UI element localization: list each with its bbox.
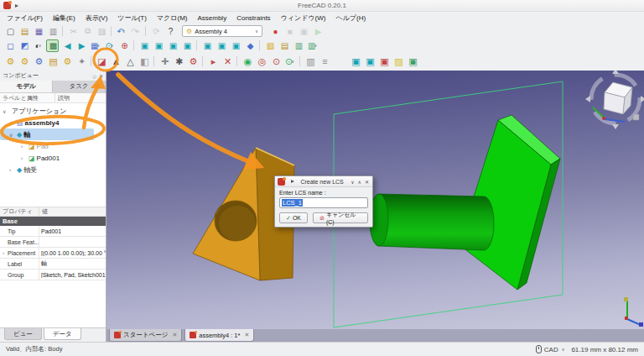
- zoom-button[interactable]: ⊙∨: [103, 39, 116, 52]
- macro-record-button[interactable]: ●: [268, 25, 281, 38]
- view-top-button[interactable]: ▣: [166, 39, 179, 52]
- box-element-selection-button[interactable]: ◩: [18, 39, 30, 52]
- tree-item-bearing[interactable]: › ◆ 軸受: [0, 164, 106, 175]
- tree-item-application[interactable]: ∨ アプリケーション: [0, 105, 106, 117]
- tab-tasks[interactable]: タスク: [53, 81, 106, 92]
- open-file-button[interactable]: ▤: [18, 25, 30, 38]
- move-part-button[interactable]: ✚: [158, 55, 170, 68]
- info-button[interactable]: ≡: [318, 55, 330, 68]
- primitive-cube-button[interactable]: ▣: [377, 55, 390, 68]
- menu-assembly[interactable]: Assembly: [192, 12, 231, 24]
- nav-style-button[interactable]: ▦∨: [89, 39, 101, 52]
- property-row-placement[interactable]: ›Placement [(0.00 1.00 0.00); 30.00 °; (…: [0, 248, 106, 259]
- view-front-button[interactable]: ▣: [152, 39, 164, 52]
- insert-fastener-button[interactable]: ⚙: [32, 55, 44, 68]
- macro-debug-button[interactable]: ▣: [297, 25, 309, 38]
- tab-view-properties[interactable]: ビュー: [4, 328, 42, 340]
- datum-plane-button[interactable]: ◧: [138, 55, 150, 68]
- textured-view-button[interactable]: ▩: [46, 39, 59, 52]
- nav-back-button[interactable]: ◀: [60, 39, 73, 52]
- undo-button[interactable]: ↶∨: [115, 25, 127, 38]
- lcs-name-input[interactable]: LCS_1: [279, 197, 368, 208]
- create-group-button[interactable]: ▤: [278, 39, 290, 52]
- placed-lcs-button[interactable]: △: [123, 55, 136, 68]
- tree-expander[interactable]: ›: [21, 144, 27, 149]
- view-rear-button[interactable]: ▣: [200, 39, 213, 52]
- solve-constraints-button[interactable]: ⚙: [186, 55, 199, 68]
- view-axonometric-button[interactable]: ▣: [138, 39, 150, 52]
- close-panel-icon[interactable]: ✕: [99, 73, 103, 79]
- view-bottom-button[interactable]: ▣: [215, 39, 227, 52]
- tree-item-pad001[interactable]: › ◪ Pad001: [0, 152, 106, 164]
- tree-expander[interactable]: ›: [21, 155, 27, 160]
- tree-item-pad[interactable]: › ◪ Pad: [0, 140, 106, 152]
- menu-help[interactable]: ヘルプ(H): [330, 12, 371, 24]
- menu-tools[interactable]: ツール(T): [112, 12, 152, 24]
- fit-all-button[interactable]: ⊕: [117, 39, 130, 52]
- tab-data-properties[interactable]: データ: [44, 328, 81, 340]
- paste-button[interactable]: ▨: [95, 25, 107, 38]
- doc-tab-assembly4[interactable]: assembly4 : 1* ✕: [184, 329, 254, 342]
- variant-link-button[interactable]: ⚙: [60, 55, 73, 68]
- menu-constraints[interactable]: Constraints: [231, 12, 275, 24]
- close-icon[interactable]: ✕: [172, 332, 177, 338]
- macro-play-button[interactable]: ▶: [311, 25, 324, 38]
- unshade-icon[interactable]: ∧: [357, 179, 362, 185]
- whats-this-button[interactable]: ?: [164, 25, 176, 38]
- print-button[interactable]: ▥: [46, 25, 59, 38]
- doc-tab-start-page[interactable]: スタートページ ✕: [109, 329, 182, 342]
- property-row-label[interactable]: Label 軸: [0, 259, 106, 270]
- body-create-button[interactable]: ▣: [363, 55, 376, 68]
- redo-button[interactable]: ↷∨: [129, 25, 142, 38]
- copy-button[interactable]: ⧉: [80, 25, 93, 38]
- tree-expander[interactable]: ∨: [9, 132, 15, 138]
- macro-stop-button[interactable]: ■: [283, 25, 295, 38]
- part-workbench-button[interactable]: ▣: [349, 55, 361, 68]
- close-icon[interactable]: ✕: [244, 332, 249, 338]
- cut-button[interactable]: ✂: [66, 25, 79, 38]
- tab-model[interactable]: モデル: [0, 81, 53, 92]
- attach-part-button[interactable]: ✱: [172, 55, 184, 68]
- zoom-fit-button[interactable]: ⊙∨: [283, 55, 296, 68]
- tree-item-axis[interactable]: ∨ ◆ 軸: [0, 128, 94, 140]
- open-document-button[interactable]: ▤: [46, 55, 59, 68]
- animate-assembly-button[interactable]: ▸: [206, 55, 219, 68]
- menu-edit[interactable]: 編集(E): [48, 12, 80, 24]
- property-row-group[interactable]: Group [Sketch, Pad, Sketch001 ...]: [0, 270, 106, 280]
- save-button[interactable]: ▦: [32, 25, 44, 38]
- dialog-title-bar[interactable]: Create new LCS ∨ ∧ ✕: [275, 176, 372, 187]
- view-right-button[interactable]: ▣: [180, 39, 193, 52]
- refresh-button[interactable]: ⟳: [149, 25, 162, 38]
- menu-file[interactable]: ファイル(F): [2, 12, 48, 24]
- nav-forward-button[interactable]: ▶: [75, 39, 87, 52]
- ok-button[interactable]: ✓OK: [279, 212, 308, 223]
- datum-point-button[interactable]: ✦: [75, 55, 87, 68]
- workbench-selector[interactable]: ⚙ Assembly 4 ∨: [182, 25, 262, 37]
- close-icon[interactable]: ✕: [364, 179, 370, 185]
- menu-macro[interactable]: マクロ(M): [152, 12, 193, 24]
- menu-windows[interactable]: ウィンドウ(W): [276, 12, 331, 24]
- insert-part-button[interactable]: ⚙: [18, 55, 30, 68]
- navigation-cube[interactable]: [585, 71, 644, 129]
- tree-expander[interactable]: ›: [9, 167, 15, 172]
- create-part-button[interactable]: ▧: [263, 39, 276, 52]
- tree-expander[interactable]: ∨: [3, 108, 8, 114]
- tree-item-assembly4[interactable]: ∨ ▤ assembly4: [0, 117, 106, 128]
- shade-icon[interactable]: ∨: [350, 179, 355, 185]
- show-lcs-button[interactable]: ◉: [241, 55, 253, 68]
- view-left-button[interactable]: ▣: [229, 39, 242, 52]
- release-attachment-button[interactable]: ✕: [221, 55, 233, 68]
- sketch-create-button[interactable]: ▨: [392, 55, 404, 68]
- bom-button[interactable]: ▥: [304, 55, 316, 68]
- new-file-button[interactable]: ▢: [3, 25, 16, 38]
- measure-button[interactable]: ◆: [243, 39, 256, 52]
- nav-style-selector[interactable]: CAD: [544, 346, 558, 353]
- property-row-base-feature[interactable]: Base Feat...: [0, 237, 106, 248]
- cancel-button[interactable]: ⊘キャンセル(C): [313, 212, 368, 223]
- new-sketch-button[interactable]: ◪: [95, 55, 107, 68]
- draft-button[interactable]: ▣: [406, 55, 418, 68]
- green-shaft-part[interactable]: [370, 115, 560, 290]
- viewport-3d[interactable]: [106, 71, 644, 329]
- zoom-selection-button[interactable]: ⊙: [269, 55, 282, 68]
- chevron-down-icon[interactable]: ∨: [562, 347, 565, 352]
